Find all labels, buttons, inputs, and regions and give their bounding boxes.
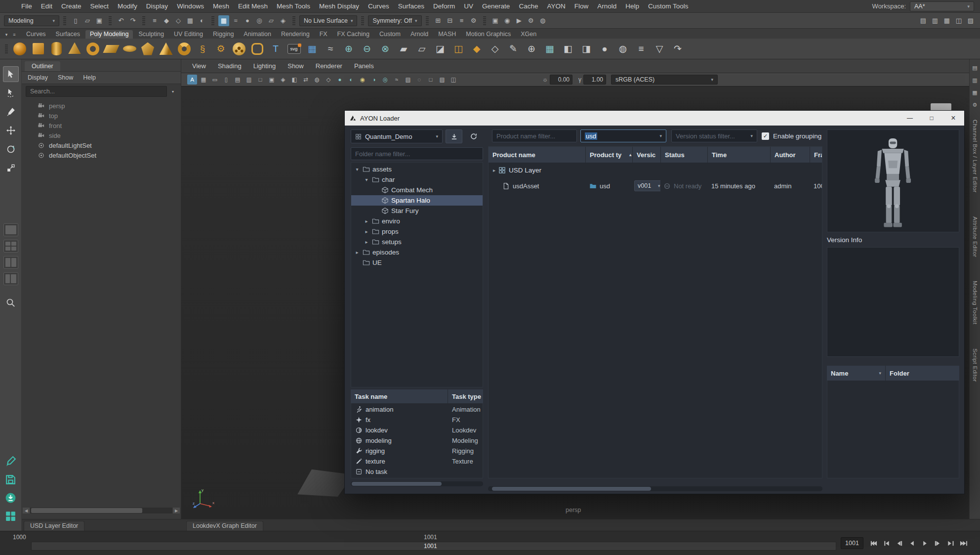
menu-ayon[interactable]: AYON — [542, 0, 570, 12]
shelf-tab-fx[interactable]: FX — [315, 30, 332, 39]
select-object-mode-icon[interactable]: ◆ — [161, 15, 172, 26]
move-tool[interactable] — [3, 123, 19, 138]
close-button[interactable]: × — [942, 111, 964, 126]
highlight-selection-icon[interactable]: ◐ — [197, 15, 207, 26]
shelf-tab-arnold[interactable]: Arnold — [406, 30, 433, 39]
expand-arrow-icon[interactable]: ▸ — [364, 218, 369, 224]
open-render-view-icon[interactable]: ▣ — [490, 15, 501, 26]
channel-box-icon[interactable]: ▤ — [971, 63, 980, 72]
play-backwards-button[interactable] — [906, 537, 918, 549]
shelf-tab-mash[interactable]: MASH — [434, 30, 460, 39]
gate-mask-icon[interactable]: ▤ — [233, 75, 243, 85]
expand-arrow-icon[interactable]: ▾ — [364, 177, 369, 182]
viewport-menu-panels[interactable]: Panels — [354, 62, 374, 70]
layout-single-pane[interactable] — [3, 223, 18, 236]
outliner-item-persp[interactable]: persp — [22, 101, 181, 111]
products-horizontal-scrollbar[interactable] — [488, 486, 822, 491]
outliner-item-top[interactable]: top — [22, 111, 181, 121]
shelf-icon-boolean-intersection[interactable]: ⊗ — [377, 41, 394, 57]
products-header-time[interactable]: Time — [707, 147, 770, 163]
group-grip[interactable] — [483, 15, 486, 26]
toggle-outliner-icon[interactable]: ◫ — [953, 15, 964, 26]
task-row-animation[interactable]: animationAnimation — [351, 404, 483, 415]
step-forward-key-button[interactable] — [944, 537, 956, 549]
shelf-icon-boolean-union[interactable]: ⊕ — [340, 41, 357, 57]
ayon-save-tool[interactable] — [4, 473, 17, 487]
shelf-icon-poly-plane[interactable] — [103, 41, 120, 57]
shelf-icon-poly-super-ellipse[interactable] — [249, 41, 266, 57]
shelf-icon-mash-table[interactable]: ▦ — [304, 41, 321, 57]
shelf-icon-poly-torus[interactable] — [84, 41, 101, 57]
oversampling-icon[interactable]: ◍ — [312, 75, 322, 85]
select-component-mode-icon[interactable]: ◇ — [173, 15, 184, 26]
folder-filter-input[interactable] — [351, 147, 483, 160]
shelf-tab-custom[interactable]: Custom — [375, 30, 405, 39]
tool-settings-icon[interactable]: ⚙ — [971, 100, 980, 109]
folder-row-setups[interactable]: ▸setups — [351, 237, 483, 247]
shelf-icon-poly-pyramid[interactable] — [158, 41, 174, 57]
group-grip[interactable] — [361, 15, 364, 26]
shelf-icon-poly-type[interactable]: T — [267, 41, 284, 57]
task-row-texture[interactable]: textureTexture — [351, 456, 483, 467]
shelf-tab-curves[interactable]: Curves — [22, 30, 50, 39]
input-connections-icon[interactable]: ⊞ — [433, 15, 444, 26]
shelf-icon-combine[interactable]: ▰ — [395, 41, 412, 57]
scrollbar-thumb[interactable] — [492, 487, 651, 491]
products-header-fra[interactable]: Fra — [810, 147, 822, 163]
editor-tab-usd-layer-editor[interactable]: USD Layer Editor — [24, 521, 84, 531]
xray-icon[interactable]: ▨ — [437, 75, 447, 85]
shelf-tab-xgen[interactable]: XGen — [516, 30, 541, 39]
resolution-gate-icon[interactable]: ▯ — [221, 75, 231, 85]
paint-select-tool[interactable] — [3, 104, 19, 120]
rotate-tool[interactable] — [3, 141, 19, 157]
menu-flow[interactable]: Flow — [570, 0, 593, 12]
shelf-tab-sculpting[interactable]: Sculpting — [134, 30, 168, 39]
menu-windows[interactable]: Windows — [172, 0, 208, 12]
open-scene-icon[interactable]: ▱ — [82, 15, 93, 26]
task-row-rigging[interactable]: riggingRigging — [351, 446, 483, 456]
shelf-icon-poly-sphere[interactable] — [11, 41, 28, 57]
shelf-tab-uv-editing[interactable]: UV Editing — [169, 30, 207, 39]
anti-aliasing-icon[interactable]: ▧ — [403, 75, 413, 85]
shelf-icon-multi-cut[interactable]: ✎ — [505, 41, 522, 57]
shelf-tab-rendering[interactable]: Rendering — [277, 30, 314, 39]
shelf-icon-separate[interactable]: ▱ — [413, 41, 430, 57]
product-name-filter-input[interactable] — [492, 129, 577, 142]
step-back-key-button[interactable] — [880, 537, 892, 549]
folder-row-episodes[interactable]: ▸episodes — [351, 247, 483, 257]
shelf-icon-target-weld[interactable]: ⊕ — [523, 41, 540, 57]
shelf-tab-surfaces[interactable]: Surfaces — [51, 30, 84, 39]
gamma-field[interactable] — [583, 75, 606, 85]
group-grip[interactable] — [109, 15, 112, 26]
menu-deform[interactable]: Deform — [429, 0, 459, 12]
settings-icon[interactable]: ⚙ — [468, 15, 479, 26]
product-row-usdasset[interactable]: usdAssetusdv001▾Not ready15 minutes agoa… — [489, 177, 822, 194]
ayon-workfiles-tool[interactable] — [4, 455, 17, 469]
search-filter-menu[interactable]: ▾ — [169, 87, 177, 96]
menu-modify[interactable]: Modify — [113, 0, 142, 12]
folders-horizontal-scrollbar[interactable] — [351, 481, 483, 486]
render-settings-icon[interactable]: ⚙ — [526, 15, 536, 26]
toggle-channel-box-icon[interactable]: ▤ — [918, 15, 929, 26]
menu-select[interactable]: Select — [86, 0, 114, 12]
exposure-icon[interactable]: ☼ — [542, 76, 548, 83]
task-type-header[interactable]: Task type — [448, 389, 483, 403]
attribute-editor-icon[interactable]: ▥ — [971, 76, 980, 85]
window-titlebar[interactable]: AYON Loader — □ × — [345, 111, 964, 126]
toggle-attribute-editor-icon[interactable]: ▥ — [930, 15, 940, 26]
viewport-menu-view[interactable]: View — [192, 62, 206, 70]
download-button[interactable] — [446, 129, 462, 143]
layout-outliner-persp[interactable] — [3, 272, 18, 285]
repre-header-name[interactable]: Name▾ — [827, 366, 885, 381]
toggle-workspace-icon[interactable]: ▨ — [965, 15, 976, 26]
outliner-tab[interactable]: Outliner — [25, 61, 60, 71]
task-row-lookdev[interactable]: lookdevLookdev — [351, 425, 483, 435]
shelf-icon-bridge[interactable]: ◇ — [487, 41, 503, 57]
shelf-icon-extract[interactable]: ◪ — [432, 41, 449, 57]
toggle-tool-settings-icon[interactable]: ▦ — [941, 15, 952, 26]
shelf-tab-animation[interactable]: Animation — [239, 30, 276, 39]
pan-zoom-icon[interactable]: ⇄ — [301, 75, 311, 85]
menu-generate[interactable]: Generate — [478, 0, 514, 12]
shelf-icon-poly-disc[interactable] — [121, 41, 138, 57]
shelf-icon-symmetrize[interactable]: ◨ — [578, 41, 595, 57]
